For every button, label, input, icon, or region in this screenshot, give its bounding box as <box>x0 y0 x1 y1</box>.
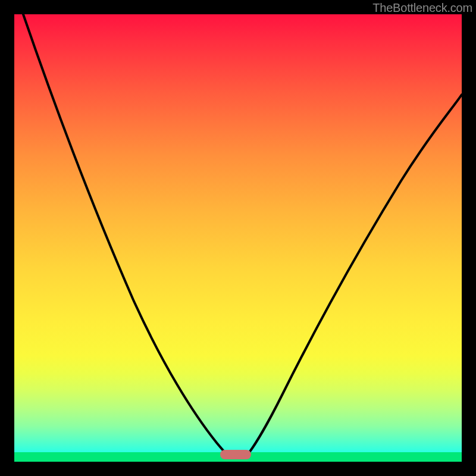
right-curve-path <box>248 95 462 455</box>
left-curve-path <box>23 14 227 455</box>
bottleneck-curve <box>14 14 462 462</box>
bottleneck-marker <box>220 450 251 459</box>
watermark-text: TheBottleneck.com <box>372 1 472 15</box>
plot-area <box>14 14 462 462</box>
